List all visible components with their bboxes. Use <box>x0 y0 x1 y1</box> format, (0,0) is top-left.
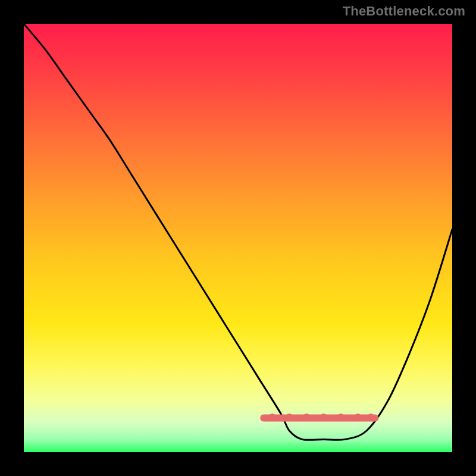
optimal-tick <box>368 414 374 420</box>
optimal-tick <box>337 414 344 420</box>
optimal-tick <box>286 414 293 420</box>
curve-overlay <box>24 24 452 452</box>
optimal-tick <box>269 414 275 420</box>
optimal-tick <box>355 414 361 420</box>
chart-frame: TheBottleneck.com <box>0 0 476 476</box>
bottleneck-curve <box>24 24 452 440</box>
optimal-tick <box>303 414 310 420</box>
plot-area <box>24 24 452 452</box>
optimal-tick <box>321 414 327 420</box>
watermark-label: TheBottleneck.com <box>343 4 465 19</box>
